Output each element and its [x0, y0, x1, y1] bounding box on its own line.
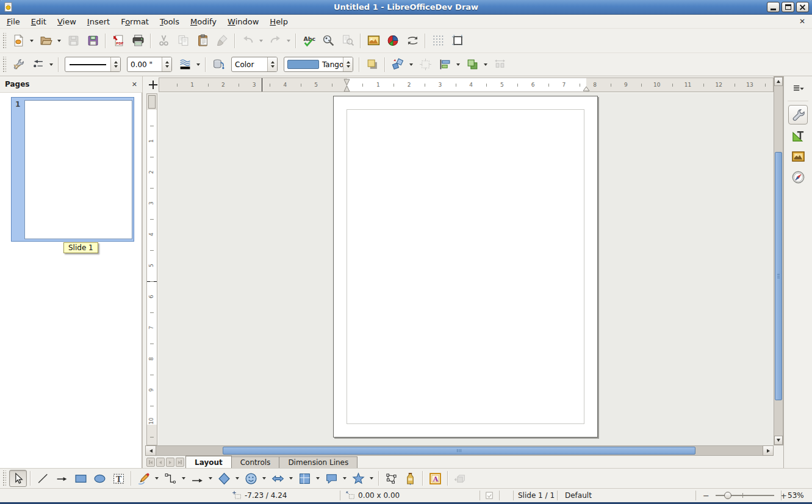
toolbar-grip[interactable]: [2, 470, 6, 486]
text-box-button[interactable]: [110, 470, 128, 487]
fontwork-button[interactable]: [426, 470, 444, 487]
flowchart-button[interactable]: [296, 470, 314, 487]
callouts-button[interactable]: [323, 470, 340, 487]
pages-panel-close-icon[interactable]: ✕: [132, 81, 137, 88]
insert-image-button[interactable]: [364, 32, 383, 50]
zoom-slider-handle[interactable]: [724, 492, 731, 499]
line-color-button[interactable]: [176, 56, 194, 74]
vertical-ruler[interactable]: 12345678910: [146, 93, 157, 445]
zoom-slider[interactable]: [716, 495, 774, 496]
line-color-dropdown[interactable]: [195, 56, 201, 73]
menu-window[interactable]: Window: [222, 16, 264, 27]
arrange-button[interactable]: [463, 56, 481, 74]
sidebar-tab-navigator[interactable]: [788, 167, 808, 187]
line-ends-arrow-button[interactable]: [53, 470, 71, 487]
spinner[interactable]: [267, 57, 277, 71]
slide-thumbnail[interactable]: 1: [11, 97, 134, 242]
scroll-up-button[interactable]: [774, 77, 783, 86]
slide-page[interactable]: [333, 96, 598, 437]
menu-file[interactable]: File: [1, 16, 26, 27]
paste-button[interactable]: [193, 32, 212, 50]
curve-dropdown[interactable]: [153, 470, 160, 487]
tab-controls[interactable]: Controls: [231, 456, 280, 468]
connector-button[interactable]: [162, 470, 179, 487]
save-as-button[interactable]: [84, 32, 102, 50]
block-arrows-button[interactable]: [269, 470, 287, 487]
styles-button[interactable]: [9, 56, 27, 74]
sidebar-tab-shapes[interactable]: [788, 126, 808, 145]
export-pdf-button[interactable]: [109, 32, 128, 50]
scroll-right-button[interactable]: [763, 445, 774, 456]
symbol-shapes-dropdown[interactable]: [260, 470, 267, 487]
helplines-while-moving-button[interactable]: [448, 32, 467, 50]
points-button[interactable]: [383, 470, 400, 487]
rotate-button[interactable]: [389, 56, 407, 74]
page-style-cell[interactable]: Default: [565, 489, 592, 502]
stars-button[interactable]: [350, 470, 367, 487]
document-modified-cell[interactable]: [484, 489, 494, 502]
maximize-button[interactable]: [781, 2, 794, 12]
print-button[interactable]: [129, 32, 147, 50]
align-dropdown[interactable]: [455, 56, 461, 73]
toolbar-grip[interactable]: [2, 33, 6, 49]
toolbar-grip[interactable]: [2, 57, 6, 73]
area-style-select[interactable]: Color: [231, 57, 278, 72]
area-color-select[interactable]: Tango: S: [284, 57, 353, 72]
arrow-style-dropdown[interactable]: [48, 56, 54, 73]
rectangle-button[interactable]: [72, 470, 90, 487]
lines-arrows-button[interactable]: [189, 470, 206, 487]
basic-shapes-dropdown[interactable]: [234, 470, 240, 487]
connector-dropdown[interactable]: [180, 470, 187, 487]
horizontal-scrollbar-thumb[interactable]: [223, 447, 695, 455]
close-document-icon[interactable]: ✕: [799, 18, 805, 25]
minimize-button[interactable]: [767, 2, 780, 12]
scroll-down-button[interactable]: [774, 436, 783, 445]
stars-dropdown[interactable]: [368, 470, 375, 487]
vertical-scrollbar[interactable]: [774, 76, 783, 445]
scroll-left-button[interactable]: [145, 445, 156, 456]
basic-shapes-button[interactable]: [215, 470, 233, 487]
glue-points-button[interactable]: [401, 470, 419, 487]
spinner[interactable]: [110, 57, 120, 71]
align-button[interactable]: [436, 56, 454, 74]
line-style-select[interactable]: [65, 57, 121, 72]
tab-dimension-lines[interactable]: Dimension Lines: [279, 456, 357, 468]
area-style-button[interactable]: [209, 56, 228, 74]
menu-tools[interactable]: Tools: [154, 16, 185, 27]
open-button[interactable]: [37, 32, 55, 50]
spelling-button[interactable]: [300, 32, 318, 50]
open-dropdown[interactable]: [56, 32, 62, 49]
menu-view[interactable]: View: [52, 16, 82, 27]
menu-modify[interactable]: Modify: [185, 16, 222, 27]
callouts-dropdown[interactable]: [341, 470, 348, 487]
zoom-out-icon[interactable]: −: [703, 491, 710, 500]
sidebar-tab-gallery[interactable]: [788, 146, 808, 166]
close-button[interactable]: [796, 2, 809, 12]
curve-button[interactable]: [135, 470, 153, 487]
sidebar-tab-properties[interactable]: [788, 105, 808, 124]
ellipse-button[interactable]: [91, 470, 109, 487]
display-grid-button[interactable]: [429, 32, 447, 50]
menu-format[interactable]: Format: [115, 16, 154, 27]
line-width-spinbox[interactable]: [127, 57, 172, 72]
spinner[interactable]: [343, 57, 353, 71]
menu-help[interactable]: Help: [264, 16, 293, 27]
transformations-button[interactable]: [403, 32, 422, 50]
block-arrows-dropdown[interactable]: [287, 470, 294, 487]
left-margin-marker[interactable]: [343, 79, 350, 92]
insert-line-button[interactable]: [34, 470, 52, 487]
sidebar-settings-button[interactable]: [791, 82, 805, 96]
drawing-canvas[interactable]: [159, 93, 774, 445]
arrow-style-button[interactable]: [29, 56, 47, 74]
menu-insert[interactable]: Insert: [82, 16, 115, 27]
spinner[interactable]: [162, 57, 171, 71]
top-margin-marker[interactable]: [148, 95, 156, 109]
horizontal-ruler[interactable]: 5432112345678910111213: [159, 77, 774, 92]
horizontal-scrollbar[interactable]: [145, 445, 783, 456]
line-width-input[interactable]: [128, 60, 162, 69]
lines-arrows-dropdown[interactable]: [207, 470, 214, 487]
menu-edit[interactable]: Edit: [26, 16, 52, 27]
rotate-dropdown[interactable]: [408, 56, 414, 73]
arrange-dropdown[interactable]: [482, 56, 489, 73]
select-button[interactable]: [9, 470, 27, 487]
